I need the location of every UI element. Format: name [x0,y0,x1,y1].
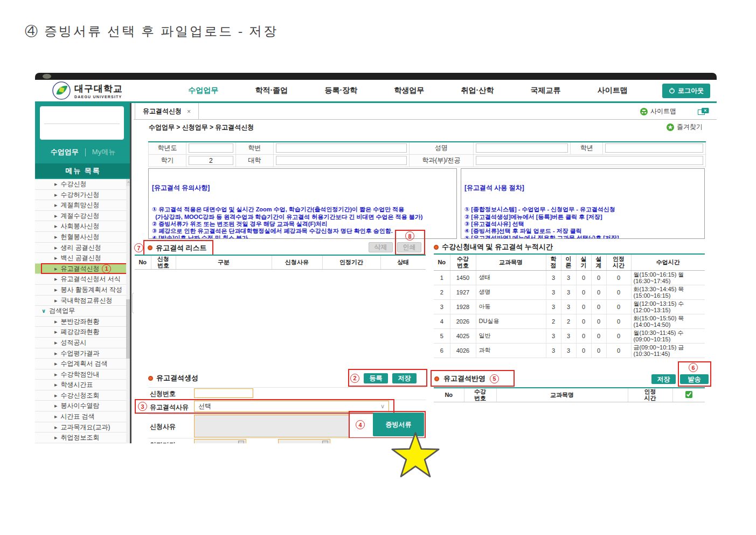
tab-yugo[interactable]: 유고결석신청 × [135,103,199,120]
nav-item-sitemap[interactable]: 사이트맵 [598,86,628,95]
table-cell: 화(13:30~14:45) 목(15:00~16:15) [631,285,705,299]
nav-item-career[interactable]: 취업·산학 [461,86,494,95]
sidebar-tab-classwork[interactable]: 수업업무 [51,147,79,157]
sidebar-item[interactable]: ▶봉사 활동계획서 작성 [35,285,131,296]
dept-input[interactable] [476,156,703,165]
table-cell: 과학 [476,343,546,358]
sidebar-item[interactable]: ▶학생시간표 [35,380,131,390]
sidebar-item[interactable]: ▶수업계획서 검색 [35,359,131,369]
enrollment-table-title: 수강신청내역 및 유고결석 누적시간 [434,242,553,252]
arrow-icon: ▶ [54,362,57,366]
sidebar-item[interactable]: ▶생리 공결신청 [35,243,131,253]
table-row: 31928아동33000월(12:00~13:15) 수(12:00~13:15… [434,299,705,314]
save-button-apply[interactable]: 저장 [651,374,676,384]
sidebar-item[interactable]: ▶수강신청조회 [35,390,131,401]
sidebar-item-sugang[interactable]: ▶수강신청 [35,179,131,190]
sidebar-item-yugo-active[interactable]: ▶유고결석신청1 [35,264,131,275]
calendar-icon[interactable] [238,441,244,443]
notice-procedure-title: [유고결석 사용 절차] [464,184,701,191]
col-course-no: 수강 번호 [450,254,476,270]
send-button[interactable]: 발송 [680,374,709,384]
bullet-icon [148,245,152,250]
sidebar-edge-divider [130,103,131,443]
annotation-3: 3 [138,402,147,411]
table-cell: 2026 [450,314,476,328]
sidebar-item[interactable]: ▶수강허가신청 [35,190,131,201]
reason-textarea[interactable] [194,415,349,437]
nav-item-classwork[interactable]: 수업업무 [188,86,218,95]
arrow-icon: ▶ [54,404,57,408]
apply-no-input[interactable] [194,388,253,398]
table-cell: 1450 [450,270,476,285]
table-row: 64026과학33000금(09:00~10:15) 금(10:30~11:45… [434,343,705,358]
logout-button[interactable]: 로그아웃 [662,84,710,98]
close-icon[interactable]: × [187,108,191,115]
chevron-down-icon: ∨ [41,308,46,314]
annotation-6: 6 [689,363,698,372]
sidebar-item[interactable]: ▶계절희망신청 [35,200,131,211]
sidebar-item[interactable]: ▶폐강강좌현황 [35,327,131,338]
save-button-create[interactable]: 저장 [392,373,417,383]
select-all-checkbox[interactable] [685,391,692,398]
sidebar-item[interactable]: ▶국내학점교류신청 [35,296,131,306]
nav-item-registration[interactable]: 등록·장학 [324,86,357,95]
sidebar-item[interactable]: ▶성적공시 [35,338,131,348]
sidebar-item[interactable]: ▶계절수강신청 [35,211,131,222]
term-input[interactable]: 2 [189,156,233,165]
sidebar-group-search[interactable]: ∨검색업무 [35,306,131,317]
tab-bar: 유고결석신청 × 사이트맵 [134,103,717,120]
table-cell: 3 [561,270,576,285]
college-input[interactable] [276,156,407,165]
period-from-input[interactable] [194,439,246,443]
col-recognized-hours: 인정 시간 [628,388,672,402]
table-cell: 4025 [450,328,476,343]
sidebar-tab-mymenu[interactable]: My메뉴 [92,147,115,157]
nav-item-student[interactable]: 학생업무 [394,86,424,95]
sidebar-item[interactable]: ▶수업평가결과 [35,348,131,359]
arrow-icon: ▶ [54,214,57,218]
sidebar-tabs: 수업업무 My메뉴 [35,143,131,161]
table-cell: 0 [591,343,606,358]
favorite-link[interactable]: 즐겨찾기 [667,122,703,132]
col-category: 구분 [176,255,272,269]
reason-type-select[interactable]: 선택 ∨ [194,401,389,412]
sidebar-item[interactable]: ▶분반강좌현황 [35,317,131,327]
browser-chrome-bar [35,73,717,80]
sidebar-item[interactable]: ▶봉사이수열람 [35,401,131,411]
arrow-icon: ▶ [54,426,57,429]
sidebar-item[interactable]: ▶교과목개요(교과) [35,422,131,433]
sitemap-link[interactable]: 사이트맵 [640,107,676,116]
table-cell: 3 [561,299,576,314]
close-window-icon[interactable]: × [698,108,709,115]
sidebar-item[interactable]: ▶유고결석신청서 서식 [35,274,131,285]
period-to-input[interactable] [278,439,330,443]
university-logo[interactable]: 대구대학교 DAEGU UNIVERSITY [35,81,170,100]
sidebar-item[interactable]: ▶수강학점안내 [35,369,131,380]
sidebar-item[interactable]: ▶사회봉사신청 [35,221,131,232]
name-input[interactable] [476,143,568,153]
annotation-7: 7 [134,243,143,252]
year-input[interactable] [189,143,233,153]
sidebar-item[interactable]: ▶백신 공결신청 [35,253,131,264]
notice-procedure-body: ① [종합정보시스템] - 수업업무 - 신청업무 - 유고결석신청 ② [유고… [464,206,701,239]
annotation-2: 2 [350,374,359,383]
reason-type-value: 선택 [198,402,211,410]
field-label-dept: 학과(부)/전공 [409,154,474,167]
sidebar-item[interactable]: ▶시간표 검색 [35,411,131,422]
sidebar-item[interactable]: ▶헌혈봉사신청 [35,232,131,243]
logout-label: 로그아웃 [678,86,704,95]
register-button[interactable]: 등록 [364,373,388,383]
period-tilde: ~ [256,441,260,443]
calendar-icon[interactable] [322,441,328,443]
grade-input[interactable] [605,143,703,153]
print-button[interactable]: 인쇄 [397,242,421,252]
table-cell: 생태 [476,270,546,285]
notice-cautions-title: [유고결석 유의사항] [152,184,453,191]
chevron-down-icon: ∨ [380,401,385,411]
studentid-input[interactable] [276,143,407,153]
nav-item-international[interactable]: 국제교류 [531,86,561,95]
sidebar-item[interactable]: ▶취업정보조회 [35,433,131,443]
nav-item-records[interactable]: 학적·졸업 [255,86,288,95]
table-cell: 월(12:00~13:15) 수(12:00~13:15) [631,299,705,314]
delete-button[interactable]: 삭제 [369,242,393,252]
